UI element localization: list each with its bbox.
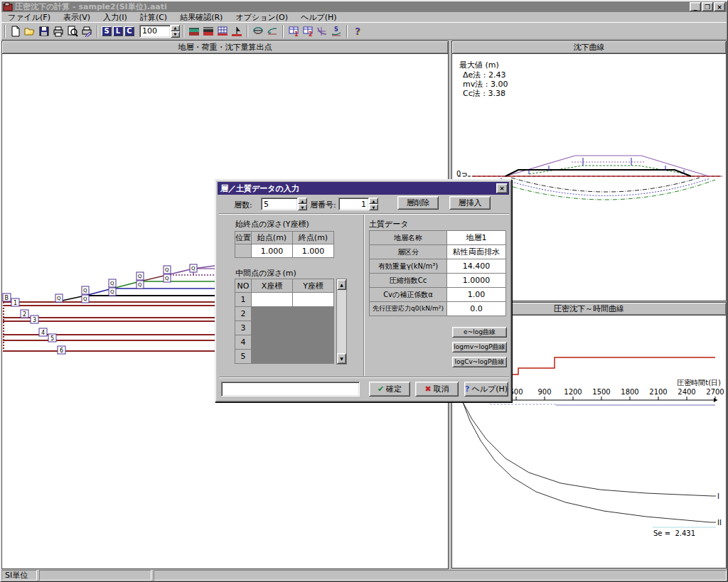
- layer-delete-button[interactable]: 層削除: [397, 196, 439, 210]
- svg-text:Q: Q: [110, 289, 114, 295]
- svg-text:3: 3: [33, 317, 36, 323]
- print-setup-icon[interactable]: [80, 25, 93, 38]
- cancel-button[interactable]: ✖取消: [415, 382, 459, 397]
- unit-l-button[interactable]: L: [113, 26, 123, 36]
- svg-text:Q: Q: [191, 266, 196, 271]
- svg-text:900: 900: [537, 388, 551, 396]
- layer-count-input[interactable]: 5: [261, 198, 298, 210]
- mid-cell[interactable]: [252, 293, 293, 307]
- svg-text:2700: 2700: [706, 388, 724, 396]
- soil-value[interactable]: 1.0000: [447, 274, 506, 288]
- unit-c-button[interactable]: C: [124, 26, 134, 36]
- svg-text:2400: 2400: [678, 388, 695, 396]
- print-icon[interactable]: [52, 25, 65, 38]
- soil-label: 有効重量γ(kN/m³): [370, 259, 447, 274]
- layer-no-spinner[interactable]: ▲▼: [369, 198, 378, 210]
- mid-group-label: 中間点の深さ(m): [235, 268, 296, 279]
- scroll-up-button[interactable]: ▲: [337, 279, 346, 290]
- app-icon: [3, 2, 13, 11]
- toolbar-separator: [97, 25, 98, 38]
- logmv-logp-curve-button[interactable]: logmv~logP曲線: [452, 342, 507, 352]
- menu-view[interactable]: 表示(V): [57, 12, 97, 23]
- table-1-icon[interactable]: 1: [287, 25, 300, 38]
- settlement-shape-icon[interactable]: [252, 25, 264, 38]
- svg-text:1500: 1500: [592, 388, 610, 396]
- check-icon: ✔: [378, 384, 384, 394]
- soil-value[interactable]: 粘性両面排水: [447, 245, 506, 259]
- mid-cell: [293, 307, 334, 321]
- mid-cell: [252, 350, 293, 364]
- mid-col-no: NO: [235, 279, 252, 293]
- soil-value[interactable]: 14.400: [447, 259, 506, 274]
- status-bar: SI単位: [1, 570, 727, 581]
- zoom-spinner[interactable]: ▲▼: [171, 25, 180, 38]
- mid-row-no: 5: [235, 350, 252, 364]
- menu-file[interactable]: ファイル(F): [1, 12, 57, 23]
- layer-no-input[interactable]: 1: [338, 198, 369, 210]
- table-2-icon[interactable]: 2: [301, 25, 314, 38]
- toolbar-separator: [346, 25, 348, 38]
- mid-cell[interactable]: [293, 293, 334, 307]
- svg-text:Q: Q: [83, 296, 87, 302]
- dialog-title-bar[interactable]: 層／土質データの入力 ×: [218, 182, 509, 195]
- minimize-button[interactable]: _: [690, 2, 701, 11]
- svg-text:B: B: [5, 295, 9, 301]
- layer-no-label: 層番号:: [310, 200, 336, 210]
- soil-value[interactable]: 0.0: [447, 302, 506, 316]
- depth-table: 位置 始点(m) 終点(m) 1.000 1.000: [235, 231, 334, 258]
- s-curve-icon[interactable]: S: [330, 25, 343, 38]
- print-preview-icon[interactable]: [66, 25, 79, 38]
- menu-help[interactable]: ヘルプ(H): [294, 12, 343, 23]
- dialog-title: 層／土質データの入力: [220, 183, 299, 194]
- svg-text:6: 6: [60, 347, 63, 354]
- ok-button[interactable]: ✔確定: [369, 382, 410, 397]
- depth-end-value[interactable]: 1.000: [293, 244, 334, 258]
- dialog-status-box: [221, 382, 360, 397]
- dialog-help-button[interactable]: ?ヘルプ(H): [464, 382, 508, 397]
- soil-group-label: 土質データ: [369, 219, 409, 230]
- toolbar-separator: [4, 25, 6, 38]
- depth-start-value[interactable]: 1.000: [252, 244, 293, 258]
- settlement-curve-icon[interactable]: [266, 25, 279, 38]
- title-bar: 圧密沈下の計算 - sample2(SI単位).aati _ ❐ ×: [1, 1, 727, 12]
- menu-results[interactable]: 結果確認(R): [173, 12, 229, 23]
- new-file-icon[interactable]: [9, 25, 22, 38]
- svg-text:Q: Q: [165, 267, 169, 273]
- depth-col-end: 終点(m): [293, 232, 334, 244]
- ground-layer-icon[interactable]: [188, 25, 200, 38]
- load-layer-icon[interactable]: [202, 25, 215, 38]
- close-button[interactable]: ×: [714, 2, 725, 11]
- svg-text:5: 5: [50, 335, 54, 342]
- menu-calc[interactable]: 計算(C): [134, 12, 173, 23]
- zoom-input[interactable]: 100: [139, 25, 171, 38]
- unit-s-button[interactable]: S: [102, 26, 112, 36]
- mid-cell: [293, 350, 334, 364]
- time-curve-icon[interactable]: [316, 25, 328, 38]
- depth-col-start: 始点(m): [252, 232, 293, 244]
- svg-text:S: S: [334, 26, 338, 33]
- help-icon[interactable]: ?: [351, 25, 364, 38]
- svg-text:4: 4: [41, 330, 45, 336]
- toolbar: S L C 100 ▲▼ 1 2 S ?: [1, 22, 727, 39]
- layer-insert-button[interactable]: 層挿入: [449, 196, 491, 210]
- soil-value[interactable]: 地層1: [447, 231, 506, 245]
- svg-text:Q: Q: [138, 282, 142, 288]
- open-file-icon[interactable]: [23, 25, 36, 38]
- save-icon[interactable]: [38, 25, 50, 38]
- svg-text:Q: Q: [165, 276, 169, 281]
- e-log-curve-button[interactable]: e~log曲線: [452, 327, 507, 338]
- menu-options[interactable]: オプション(O): [229, 12, 294, 23]
- flag-point-icon[interactable]: [230, 25, 243, 38]
- menu-input[interactable]: 入力(I): [97, 12, 134, 23]
- app-window: { "window": { "title": "圧密沈下の計算 - sample…: [0, 0, 728, 582]
- grid-layer-icon[interactable]: [216, 25, 229, 38]
- mid-table-scrollbar[interactable]: ▲ ▼: [336, 279, 347, 365]
- logcv-logp-curve-button[interactable]: logCv~logP曲線: [452, 357, 507, 367]
- dialog-close-button[interactable]: ×: [496, 183, 508, 193]
- layer-count-spinner[interactable]: ▲▼: [298, 198, 307, 210]
- soil-value[interactable]: 1.00: [447, 288, 506, 302]
- svg-text:2: 2: [23, 311, 26, 318]
- restore-button[interactable]: ❐: [702, 2, 713, 11]
- scroll-down-button[interactable]: ▼: [337, 353, 346, 364]
- x-icon: ✖: [424, 384, 431, 394]
